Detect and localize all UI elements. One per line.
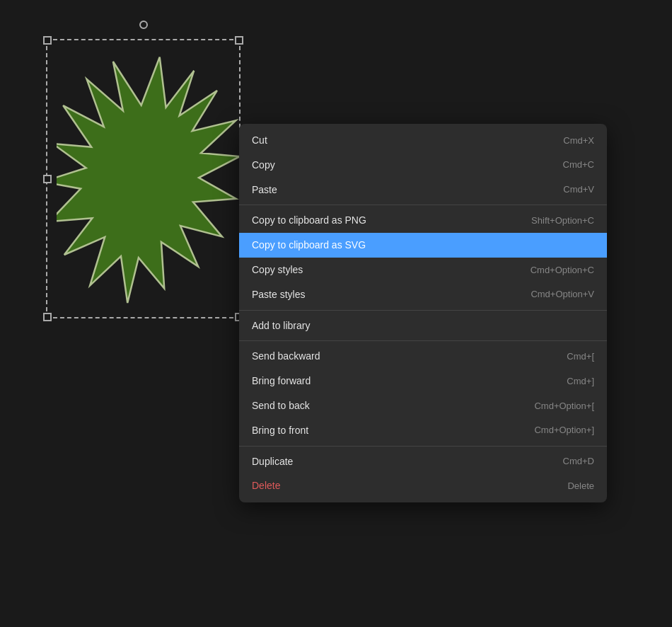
handle-top-right[interactable] (235, 36, 243, 45)
menu-item-copy-styles-shortcut: Cmd+Option+C (531, 265, 594, 276)
menu-item-send-to-back-shortcut: Cmd+Option+[ (534, 401, 594, 412)
menu-item-copy-png-label: Copy to clipboard as PNG (252, 214, 366, 226)
menu-item-send-backward-label: Send backward (252, 350, 320, 362)
menu-item-paste-styles[interactable]: Paste styles Cmd+Option+V (239, 282, 607, 307)
handle-top-left[interactable] (43, 36, 52, 45)
menu-divider-2 (239, 310, 607, 311)
menu-item-add-library[interactable]: Add to library (239, 314, 607, 338)
menu-item-bring-to-front-label: Bring to front (252, 425, 308, 437)
menu-item-bring-forward-label: Bring forward (252, 375, 311, 387)
menu-item-bring-forward-shortcut: Cmd+] (567, 376, 594, 387)
menu-item-delete-shortcut: Delete (567, 481, 594, 492)
menu-item-duplicate-shortcut: Cmd+D (563, 456, 594, 467)
star-shape (57, 50, 233, 311)
menu-item-cut-label: Cut (252, 134, 267, 146)
menu-item-paste-shortcut: Cmd+V (563, 184, 594, 195)
menu-item-duplicate-label: Duplicate (252, 456, 293, 468)
menu-item-copy-png[interactable]: Copy to clipboard as PNG Shift+Option+C (239, 208, 607, 233)
menu-item-copy-label: Copy (252, 159, 275, 171)
menu-item-cut[interactable]: Cut Cmd+X (239, 128, 607, 153)
menu-item-paste-label: Paste (252, 184, 277, 196)
menu-item-duplicate[interactable]: Duplicate Cmd+D (239, 449, 607, 474)
menu-divider-1 (239, 205, 607, 205)
context-menu: Cut Cmd+X Copy Cmd+C Paste Cmd+V Copy to… (239, 124, 607, 502)
menu-item-copy-svg[interactable]: Copy to clipboard as SVG (239, 233, 607, 258)
menu-item-bring-to-front[interactable]: Bring to front Cmd+Option+] (239, 418, 607, 443)
handle-bottom-left[interactable] (43, 313, 52, 321)
rotation-handle[interactable] (139, 21, 148, 29)
menu-divider-4 (239, 446, 607, 447)
menu-item-send-backward[interactable]: Send backward Cmd+[ (239, 344, 607, 369)
svg-marker-0 (57, 50, 241, 311)
menu-item-copy-svg-label: Copy to clipboard as SVG (252, 239, 366, 251)
menu-item-copy-shortcut: Cmd+C (563, 159, 594, 171)
menu-item-copy-styles-label: Copy styles (252, 264, 303, 276)
menu-item-delete-label: Delete (252, 480, 280, 492)
menu-item-paste[interactable]: Paste Cmd+V (239, 178, 607, 202)
menu-item-add-library-label: Add to library (252, 320, 310, 332)
menu-item-send-to-back[interactable]: Send to back Cmd+Option+[ (239, 393, 607, 418)
menu-item-paste-styles-label: Paste styles (252, 289, 305, 301)
menu-item-send-to-back-label: Send to back (252, 400, 310, 412)
menu-item-bring-forward[interactable]: Bring forward Cmd+] (239, 369, 607, 393)
menu-item-copy-styles[interactable]: Copy styles Cmd+Option+C (239, 258, 607, 282)
menu-item-copy[interactable]: Copy Cmd+C (239, 153, 607, 178)
canvas: Cut Cmd+X Copy Cmd+C Paste Cmd+V Copy to… (0, 0, 672, 627)
menu-item-cut-shortcut: Cmd+X (563, 135, 594, 146)
menu-item-paste-styles-shortcut: Cmd+Option+V (531, 289, 594, 300)
menu-item-send-backward-shortcut: Cmd+[ (567, 351, 594, 362)
menu-divider-3 (239, 340, 607, 341)
handle-middle-left[interactable] (43, 175, 52, 183)
menu-item-bring-to-front-shortcut: Cmd+Option+] (534, 425, 594, 436)
menu-item-copy-png-shortcut: Shift+Option+C (531, 215, 594, 226)
menu-item-delete[interactable]: Delete Delete (239, 473, 607, 498)
